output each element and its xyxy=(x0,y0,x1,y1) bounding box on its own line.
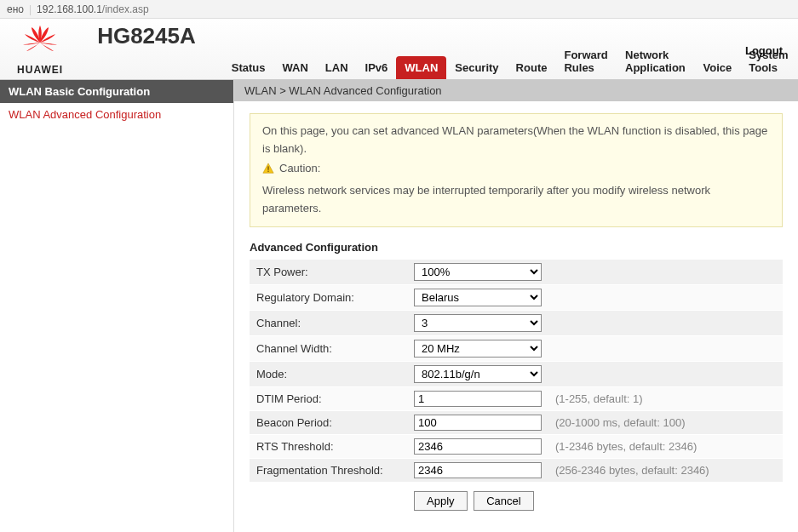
brand-name: HUAWEI xyxy=(0,64,80,76)
breadcrumb: WLAN > WLAN Advanced Configuration xyxy=(234,80,798,101)
nav-route[interactable]: Route xyxy=(508,56,556,79)
label-rts: RTS Threshold: xyxy=(250,434,407,458)
label-reg-domain: Regulatory Domain: xyxy=(250,284,407,310)
row-mode: Mode: 802.11b/g/n xyxy=(250,361,783,386)
input-frag[interactable] xyxy=(414,462,542,478)
cancel-button[interactable]: Cancel xyxy=(474,491,533,511)
select-mode[interactable]: 802.11b/g/n xyxy=(414,365,542,383)
brand-logo-wrap: HUAWEI xyxy=(0,26,80,79)
select-reg-domain[interactable]: Belarus xyxy=(414,289,542,306)
select-tx-power[interactable]: 100% xyxy=(414,263,542,281)
label-mode: Mode: xyxy=(250,361,407,386)
row-rts: RTS Threshold: (1-2346 bytes, default: 2… xyxy=(250,434,783,458)
label-channel: Channel: xyxy=(250,310,407,335)
header: HUAWEI HG8245A Status WAN LAN IPv6 WLAN … xyxy=(0,19,798,80)
caution-line: Caution: xyxy=(262,160,770,178)
nav-network-application[interactable]: Network Application xyxy=(617,43,695,79)
nav-forward-rules[interactable]: Forward Rules xyxy=(555,43,617,79)
nav-security[interactable]: Security xyxy=(446,56,507,79)
model-name: HG8245A xyxy=(80,23,213,75)
select-channel-width[interactable]: 20 MHz xyxy=(414,340,542,358)
nav-wan[interactable]: WAN xyxy=(273,56,316,79)
row-channel: Channel: 3 xyxy=(250,310,783,335)
nav-voice[interactable]: Voice xyxy=(695,56,741,79)
input-rts[interactable] xyxy=(414,438,542,455)
label-dtim: DTIM Period: xyxy=(250,386,407,410)
section-title: Advanced Configuration xyxy=(250,241,783,254)
hint-dtim: (1-255, default: 1) xyxy=(548,386,783,410)
label-beacon: Beacon Period: xyxy=(250,410,407,434)
url-host: 192.168.100.1 xyxy=(37,3,102,15)
sidebar-item-wlan-advanced[interactable]: WLAN Advanced Configuration xyxy=(0,103,233,126)
nav-wlan[interactable]: WLAN xyxy=(396,56,446,79)
row-frag: Fragmentation Threshold: (256-2346 bytes… xyxy=(250,458,783,482)
apply-button[interactable]: Apply xyxy=(414,491,468,511)
sidebar: WLAN Basic Configuration WLAN Advanced C… xyxy=(0,80,234,532)
sidebar-item-wlan-basic[interactable]: WLAN Basic Configuration xyxy=(0,80,233,103)
row-channel-width: Channel Width: 20 MHz xyxy=(250,335,783,361)
warning-icon xyxy=(262,163,274,174)
label-frag: Fragmentation Threshold: xyxy=(250,458,407,482)
hint-frag: (256-2346 bytes, default: 2346) xyxy=(548,458,783,482)
select-channel[interactable]: 3 xyxy=(414,314,542,332)
hint-beacon: (20-1000 ms, default: 100) xyxy=(548,410,783,434)
row-tx-power: TX Power: 100% xyxy=(250,259,783,284)
caution-label: Caution: xyxy=(279,160,320,178)
label-channel-width: Channel Width: xyxy=(250,335,407,361)
url-prefix: ено xyxy=(7,3,24,15)
row-reg-domain: Regulatory Domain: Belarus xyxy=(250,284,783,310)
main-panel: WLAN > WLAN Advanced Configuration On th… xyxy=(234,80,798,532)
notice-line2: Wireless network services may be interru… xyxy=(262,182,770,218)
main-nav: Status WAN LAN IPv6 WLAN Security Route … xyxy=(213,43,798,79)
nav-status[interactable]: Status xyxy=(223,56,274,79)
input-dtim[interactable] xyxy=(414,391,542,407)
huawei-logo-icon xyxy=(20,26,60,60)
logout-link[interactable]: Logout xyxy=(745,44,783,57)
url-bar: ено | 192.168.100.1/index.asp xyxy=(0,0,798,19)
hint-rts: (1-2346 bytes, default: 2346) xyxy=(548,434,783,458)
row-dtim: DTIM Period: (1-255, default: 1) xyxy=(250,386,783,410)
content-row: WLAN Basic Configuration WLAN Advanced C… xyxy=(0,80,798,532)
buttons-row: Apply Cancel xyxy=(250,482,783,519)
config-table: TX Power: 100% Regulatory Domain: Belaru… xyxy=(250,259,783,519)
label-tx-power: TX Power: xyxy=(250,259,407,284)
url-path: /index.asp xyxy=(102,3,149,15)
url-separator: | xyxy=(29,3,32,15)
svg-rect-0 xyxy=(267,166,268,169)
input-beacon[interactable] xyxy=(414,415,542,431)
svg-rect-1 xyxy=(267,171,268,172)
notice-line1: On this page, you can set advanced WLAN … xyxy=(262,123,770,158)
notice-box: On this page, you can set advanced WLAN … xyxy=(250,113,783,227)
nav-lan[interactable]: LAN xyxy=(317,56,357,79)
nav-ipv6[interactable]: IPv6 xyxy=(357,56,397,79)
row-beacon: Beacon Period: (20-1000 ms, default: 100… xyxy=(250,410,783,434)
